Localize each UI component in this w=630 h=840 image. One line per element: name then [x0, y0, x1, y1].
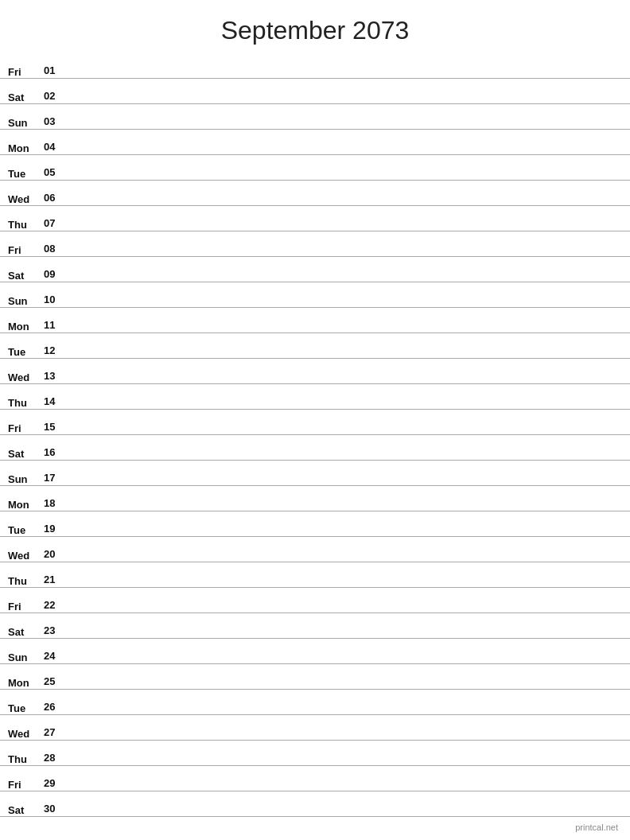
calendar-container: Fri01Sat02Sun03Mon04Tue05Wed06Thu07Fri08… — [0, 53, 630, 817]
calendar-row: Tue19 — [0, 511, 630, 537]
calendar-row: Sat09 — [0, 257, 630, 282]
day-number: 12 — [44, 344, 68, 358]
calendar-row: Thu14 — [0, 384, 630, 410]
day-number: 20 — [44, 548, 68, 562]
day-number: 23 — [44, 624, 68, 638]
calendar-row: Sun17 — [0, 461, 630, 486]
calendar-row: Fri29 — [0, 766, 630, 791]
day-number: 18 — [44, 497, 68, 511]
day-name: Sun — [8, 473, 44, 485]
day-number: 30 — [44, 803, 68, 816]
footer-text: printcal.net — [575, 822, 618, 832]
day-number: 26 — [44, 701, 68, 714]
day-name: Fri — [8, 422, 44, 434]
day-name: Thu — [8, 575, 44, 587]
day-number: 13 — [44, 370, 68, 383]
calendar-row: Wed06 — [0, 181, 630, 206]
calendar-row: Wed20 — [0, 537, 630, 562]
day-name: Fri — [8, 779, 44, 791]
day-name: Sat — [8, 626, 44, 638]
day-name: Sat — [8, 91, 44, 103]
calendar-row: Sat02 — [0, 79, 630, 104]
calendar-row: Fri08 — [0, 231, 630, 257]
calendar-row: Wed13 — [0, 359, 630, 384]
calendar-row: Thu21 — [0, 562, 630, 588]
calendar-row: Fri22 — [0, 588, 630, 613]
day-name: Mon — [8, 499, 44, 511]
day-number: 27 — [44, 726, 68, 740]
day-number: 17 — [44, 472, 68, 485]
day-name: Fri — [8, 244, 44, 256]
day-name: Wed — [8, 371, 44, 383]
day-name: Sat — [8, 448, 44, 460]
calendar-row: Mon18 — [0, 486, 630, 511]
day-name: Wed — [8, 728, 44, 740]
day-name: Tue — [8, 524, 44, 536]
calendar-row: Thu07 — [0, 206, 630, 231]
calendar-row: Tue05 — [0, 155, 630, 181]
calendar-row: Tue26 — [0, 690, 630, 715]
day-number: 19 — [44, 523, 68, 536]
day-number: 05 — [44, 166, 68, 180]
day-number: 24 — [44, 650, 68, 663]
day-name: Tue — [8, 168, 44, 180]
day-number: 03 — [44, 115, 68, 129]
day-number: 14 — [44, 395, 68, 409]
day-name: Mon — [8, 142, 44, 154]
day-name: Mon — [8, 677, 44, 689]
day-name: Sun — [8, 651, 44, 663]
day-name: Thu — [8, 753, 44, 765]
day-number: 29 — [44, 777, 68, 791]
day-number: 09 — [44, 268, 68, 282]
day-name: Fri — [8, 601, 44, 612]
calendar-row: Fri01 — [0, 53, 630, 79]
calendar-row: Sun24 — [0, 639, 630, 664]
day-number: 02 — [44, 90, 68, 103]
page-title: September 2073 — [0, 0, 630, 53]
day-name: Tue — [8, 702, 44, 714]
day-number: 07 — [44, 217, 68, 231]
day-name: Wed — [8, 550, 44, 562]
day-name: Sun — [8, 295, 44, 307]
calendar-row: Mon25 — [0, 664, 630, 690]
calendar-row: Sun10 — [0, 282, 630, 308]
day-name: Tue — [8, 346, 44, 358]
day-number: 25 — [44, 675, 68, 689]
day-number: 16 — [44, 446, 68, 460]
calendar-row: Mon04 — [0, 130, 630, 155]
calendar-row: Wed27 — [0, 715, 630, 741]
day-number: 08 — [44, 243, 68, 256]
day-number: 22 — [44, 599, 68, 612]
day-name: Thu — [8, 219, 44, 231]
calendar-row: Sat16 — [0, 435, 630, 461]
day-name: Mon — [8, 321, 44, 332]
day-number: 06 — [44, 192, 68, 205]
day-name: Sun — [8, 117, 44, 129]
calendar-row: Sun03 — [0, 104, 630, 130]
day-number: 15 — [44, 421, 68, 434]
day-number: 11 — [44, 319, 68, 332]
day-name: Fri — [8, 66, 44, 78]
day-name: Thu — [8, 397, 44, 409]
calendar-row: Sat30 — [0, 791, 630, 817]
day-name: Sat — [8, 270, 44, 282]
day-number: 28 — [44, 752, 68, 765]
day-number: 21 — [44, 574, 68, 587]
day-number: 10 — [44, 294, 68, 307]
calendar-row: Mon11 — [0, 308, 630, 333]
day-name: Sat — [8, 804, 44, 816]
calendar-row: Tue12 — [0, 333, 630, 359]
day-number: 01 — [44, 64, 68, 78]
day-name: Wed — [8, 193, 44, 205]
day-number: 04 — [44, 141, 68, 154]
calendar-row: Fri15 — [0, 410, 630, 435]
calendar-row: Thu28 — [0, 741, 630, 766]
calendar-row: Sat23 — [0, 613, 630, 639]
